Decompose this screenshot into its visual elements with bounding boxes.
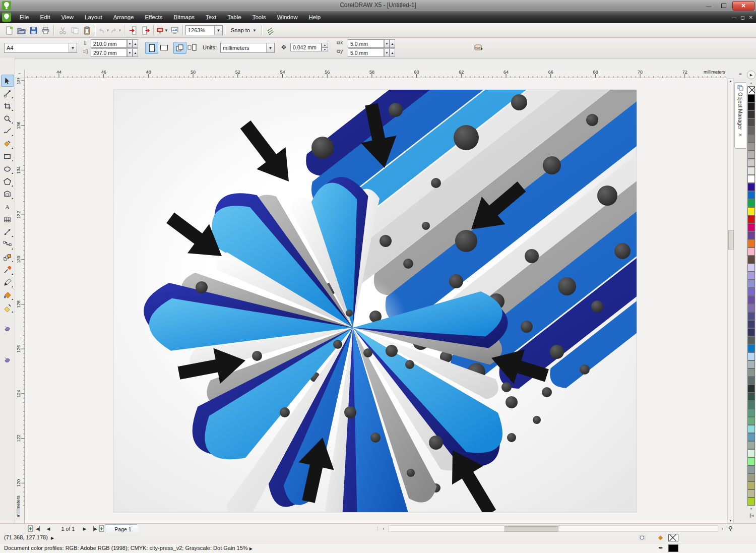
color-swatch-20[interactable]: [747, 256, 755, 264]
next-page-icon[interactable]: ▶: [81, 524, 89, 533]
color-swatch-28[interactable]: [747, 320, 755, 328]
add-page-icon[interactable]: [98, 524, 105, 533]
vertical-scrollbar[interactable]: ▲ ▼: [727, 78, 734, 523]
previous-page-icon[interactable]: ◀: [44, 524, 52, 533]
duplicate-y-spinner[interactable]: ▼▲: [384, 48, 395, 57]
first-page-icon[interactable]: ◀▏: [35, 524, 43, 533]
color-swatch-34[interactable]: [747, 368, 755, 377]
color-swatch-1[interactable]: [747, 102, 755, 110]
palette-scroll-down-icon[interactable]: ▼: [746, 506, 756, 512]
color-swatch-48[interactable]: [747, 481, 755, 489]
blend-tool[interactable]: [1, 251, 14, 263]
menu-bitmaps[interactable]: Bitmaps: [168, 11, 201, 23]
chevron-down-icon[interactable]: ▼: [69, 43, 77, 52]
color-swatch-31[interactable]: [747, 344, 755, 352]
duplicate-x-field[interactable]: 5.0 mm: [348, 39, 384, 48]
color-swatch-43[interactable]: [747, 441, 755, 449]
color-swatch-36[interactable]: [747, 385, 755, 393]
color-swatch-18[interactable]: [747, 239, 755, 248]
palette-expand-icon[interactable]: ▐◀: [746, 512, 756, 519]
chevron-down-icon[interactable]: ▼: [266, 43, 274, 52]
docker-close-icon[interactable]: ✕: [738, 133, 742, 138]
color-swatch-7[interactable]: [747, 151, 755, 159]
doc-restore-button[interactable]: ◻: [740, 15, 744, 20]
publish-to-pdf-button[interactable]: PDF: [473, 42, 485, 53]
paste-button[interactable]: [81, 24, 93, 36]
fill-tool[interactable]: [1, 289, 14, 301]
color-swatch-4[interactable]: [747, 127, 755, 135]
color-swatch-39[interactable]: [747, 409, 755, 417]
menu-text[interactable]: Text: [200, 11, 222, 23]
color-swatch-24[interactable]: [747, 288, 755, 296]
restore-button[interactable]: [717, 2, 730, 10]
last-page-icon[interactable]: ▕▶: [90, 524, 98, 533]
polygon-tool[interactable]: [1, 175, 14, 188]
freehand-tool[interactable]: [1, 125, 14, 137]
snap-to-button[interactable]: Snap to▼: [228, 26, 260, 34]
docker-tab-object-manager[interactable]: Object Manager ✕: [734, 82, 746, 149]
current-page-button[interactable]: [186, 42, 198, 53]
color-swatch-13[interactable]: [747, 199, 755, 207]
outline-pen-tool[interactable]: [1, 276, 14, 288]
color-swatch-35[interactable]: [747, 377, 755, 385]
new-document-button[interactable]: [3, 24, 15, 36]
add-page-icon[interactable]: [26, 524, 34, 533]
pick-tool[interactable]: [1, 75, 14, 87]
portrait-button[interactable]: [145, 42, 158, 54]
rectangle-tool[interactable]: [1, 150, 14, 162]
proof-settings-icon[interactable]: [638, 534, 646, 542]
color-swatch-5[interactable]: [747, 135, 755, 143]
nudge-offset-field[interactable]: 0.042 mm: [290, 43, 322, 51]
doc-close-button[interactable]: ✕: [749, 15, 753, 20]
color-swatch-21[interactable]: [747, 264, 755, 272]
palette-flyout-icon[interactable]: ▶: [747, 71, 755, 79]
color-swatch-9[interactable]: [747, 167, 755, 175]
menu-arrange[interactable]: Arrange: [108, 11, 140, 23]
color-swatch-16[interactable]: [747, 223, 755, 231]
menu-help[interactable]: Help: [303, 11, 326, 23]
color-swatch-41[interactable]: [747, 425, 755, 433]
menu-view[interactable]: View: [55, 11, 79, 23]
scroll-left-icon[interactable]: ‹: [381, 524, 387, 533]
menu-table[interactable]: Table: [222, 11, 247, 23]
color-swatch-0[interactable]: [747, 94, 755, 102]
menu-effects[interactable]: Effects: [140, 11, 168, 23]
docker-flyout-icon-2[interactable]: [1, 353, 14, 365]
color-swatch-50[interactable]: [747, 498, 755, 506]
color-swatch-11[interactable]: [747, 183, 755, 191]
export-button[interactable]: [139, 24, 151, 36]
color-swatch-25[interactable]: [747, 296, 755, 304]
scroll-up-icon[interactable]: ▲: [728, 79, 733, 83]
color-swatch-8[interactable]: [747, 159, 755, 167]
horizontal-ruler[interactable]: 444648505254565860626466687072millimeter…: [25, 70, 727, 79]
color-swatch-10[interactable]: [747, 175, 755, 183]
ruler-origin-corner[interactable]: ⌐: [15, 70, 25, 78]
color-swatch-40[interactable]: [747, 417, 755, 425]
welcome-screen-button[interactable]: [168, 24, 180, 36]
color-swatch-19[interactable]: [747, 248, 755, 256]
color-swatch-17[interactable]: [747, 231, 755, 239]
all-pages-button[interactable]: [173, 42, 186, 54]
text-tool[interactable]: A: [1, 201, 14, 213]
color-swatch-27[interactable]: [747, 312, 755, 320]
table-tool[interactable]: [1, 213, 14, 225]
options-button[interactable]: [265, 24, 277, 36]
horizontal-scrollbar[interactable]: [388, 525, 718, 532]
color-eyedropper-tool[interactable]: [1, 264, 14, 276]
docker-flyout-icon-1[interactable]: [1, 322, 14, 334]
color-swatch-33[interactable]: [747, 360, 755, 368]
doc-minimize-button[interactable]: —: [731, 15, 736, 20]
color-swatch-49[interactable]: [747, 489, 755, 498]
minimize-button[interactable]: —: [702, 2, 715, 10]
application-launcher-button[interactable]: ▼: [156, 24, 168, 36]
crop-tool[interactable]: [1, 100, 14, 112]
vertical-ruler[interactable]: 120122124126128130132134136138: [17, 78, 25, 523]
color-swatch-26[interactable]: [747, 304, 755, 312]
chevron-down-icon[interactable]: ▼: [214, 26, 222, 35]
units-combo[interactable]: millimeters ▼: [220, 43, 275, 53]
menu-tools[interactable]: Tools: [247, 11, 272, 23]
color-swatch-6[interactable]: [747, 143, 755, 151]
page-height-field[interactable]: 297.0 mm: [91, 48, 127, 57]
color-swatch-29[interactable]: [747, 328, 755, 336]
palette-scroll-up-icon[interactable]: ▲: [746, 80, 756, 86]
